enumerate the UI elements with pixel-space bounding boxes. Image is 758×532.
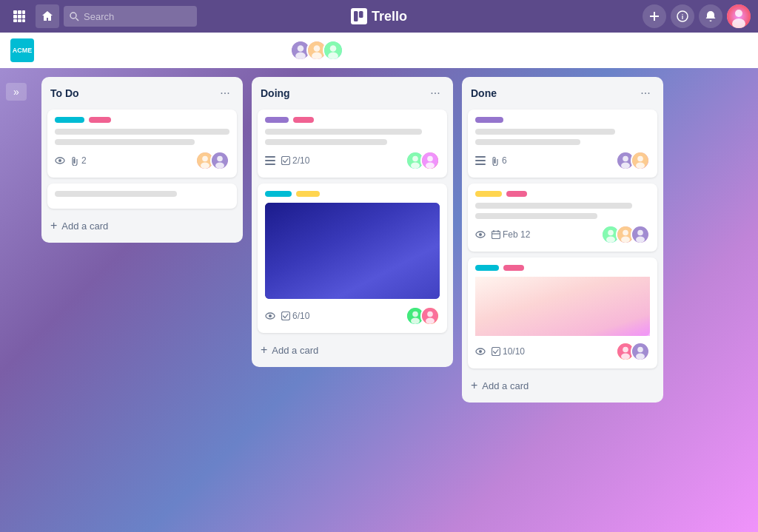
- list-menu-doing[interactable]: ···: [426, 84, 444, 102]
- svg-point-35: [217, 156, 223, 162]
- svg-point-86: [623, 347, 628, 353]
- card-meta: 2/10: [265, 155, 406, 166]
- header-search-bar[interactable]: [674, 40, 748, 61]
- card-avatar: [420, 151, 440, 170]
- member-avatar-3[interactable]: [323, 40, 343, 61]
- card-avatars: [406, 151, 440, 170]
- add-button[interactable]: [643, 4, 666, 28]
- workspace-logo-text: ACME: [13, 47, 33, 54]
- card-done-3[interactable]: 10/10: [468, 257, 657, 368]
- svg-point-45: [427, 156, 433, 162]
- board-header: ACME ⊞ › Project Team Spirit ★ Acme, Inc…: [0, 33, 758, 68]
- svg-point-32: [202, 156, 208, 162]
- list-title-todo: To Do: [50, 87, 79, 99]
- plus-icon: +: [261, 343, 267, 357]
- card-doing-1[interactable]: 2/10: [258, 110, 447, 178]
- member-count[interactable]: +12: [354, 44, 380, 57]
- list-todo: To Do ···: [41, 77, 243, 243]
- card-avatar: [210, 151, 229, 170]
- breadcrumb-icon: ⊞: [41, 44, 50, 55]
- eye-meta: [55, 157, 65, 164]
- svg-rect-39: [265, 164, 275, 165]
- tag-pink: [293, 117, 314, 123]
- card-done-1[interactable]: 6: [468, 110, 657, 178]
- card-tags: [475, 265, 650, 271]
- workspace-logo: ACME: [10, 38, 34, 62]
- list-menu-done[interactable]: ···: [637, 84, 654, 102]
- dots-icon: ···: [220, 87, 229, 100]
- check-count: 6/10: [292, 311, 309, 321]
- svg-point-79: [637, 230, 643, 236]
- star-button[interactable]: ★: [178, 44, 187, 56]
- user-avatar[interactable]: [727, 4, 751, 28]
- tag-cyan: [55, 117, 84, 123]
- list-header-todo: To Do ···: [47, 83, 237, 104]
- svg-rect-3: [13, 15, 17, 18]
- grid-icon[interactable]: [7, 4, 31, 28]
- workspace-button[interactable]: Acme, Inc.: [209, 41, 269, 58]
- card-todo-2[interactable]: [47, 183, 237, 209]
- dots-icon: ···: [430, 87, 440, 100]
- svg-point-73: [608, 230, 614, 236]
- divider: [198, 41, 198, 59]
- invite-button[interactable]: Invite: [389, 41, 429, 58]
- home-icon[interactable]: [36, 4, 59, 28]
- card-gradient-image: [475, 277, 650, 336]
- card-meta: Feb 12: [475, 229, 601, 240]
- card-doing-2[interactable]: 6/10: [258, 183, 447, 333]
- sidebar-toggle: »: [0, 77, 33, 523]
- nav-right: i: [643, 4, 751, 28]
- card-tags: [475, 191, 650, 197]
- card-done-2[interactable]: Feb 12: [468, 183, 657, 252]
- list-title-done: Done: [471, 87, 497, 99]
- svg-point-87: [621, 354, 630, 360]
- svg-rect-81: [475, 277, 650, 336]
- info-button[interactable]: i: [671, 4, 694, 28]
- add-card-todo[interactable]: + Add a card: [47, 215, 237, 237]
- top-nav: Search Trello i: [0, 0, 758, 33]
- card-avatars: [195, 151, 229, 170]
- svg-text:i: i: [682, 13, 684, 21]
- svg-point-77: [621, 237, 630, 243]
- svg-point-33: [201, 163, 209, 169]
- list-header-doing: Doing ···: [258, 83, 447, 104]
- card-tags: [265, 191, 440, 197]
- tag-purple: [265, 117, 289, 123]
- svg-point-80: [636, 237, 645, 243]
- notifications-button[interactable]: [699, 4, 722, 28]
- search-bar[interactable]: Search: [64, 6, 197, 27]
- svg-rect-6: [13, 19, 17, 22]
- card-line: [55, 191, 177, 197]
- check-count: 2/10: [292, 155, 309, 166]
- svg-point-55: [427, 312, 433, 317]
- tag-purple: [475, 117, 503, 123]
- add-card-doing[interactable]: + Add a card: [258, 339, 447, 361]
- card-line: [55, 129, 229, 135]
- svg-point-43: [411, 163, 420, 169]
- card-todo-1[interactable]: 2: [47, 110, 237, 178]
- list-menu-todo[interactable]: ···: [216, 84, 234, 102]
- more-button[interactable]: ···: [643, 41, 668, 60]
- card-footer: 10/10: [475, 342, 650, 361]
- tag-cyan: [265, 191, 292, 197]
- svg-point-42: [412, 156, 418, 162]
- check-meta: 10/10: [492, 346, 525, 357]
- card-avatar: [420, 306, 440, 326]
- card-avatars: [616, 151, 650, 170]
- eye-meta: [265, 312, 275, 320]
- card-line: [475, 129, 615, 135]
- list-done: Done ···: [462, 77, 663, 403]
- card-meta: 10/10: [475, 346, 616, 357]
- tag-cyan: [475, 265, 499, 271]
- add-card-label: Add a card: [61, 220, 108, 232]
- date-text: Feb 12: [503, 229, 530, 240]
- breadcrumb: ⊞ ›: [41, 44, 56, 55]
- divider2: [279, 41, 280, 59]
- svg-rect-58: [475, 160, 486, 161]
- svg-point-25: [312, 52, 323, 59]
- sidebar-toggle-button[interactable]: »: [6, 83, 27, 101]
- add-card-done[interactable]: + Add a card: [468, 374, 657, 397]
- search-placeholder: Search: [84, 11, 114, 22]
- card-line: [265, 129, 422, 135]
- eye-meta: [475, 348, 486, 355]
